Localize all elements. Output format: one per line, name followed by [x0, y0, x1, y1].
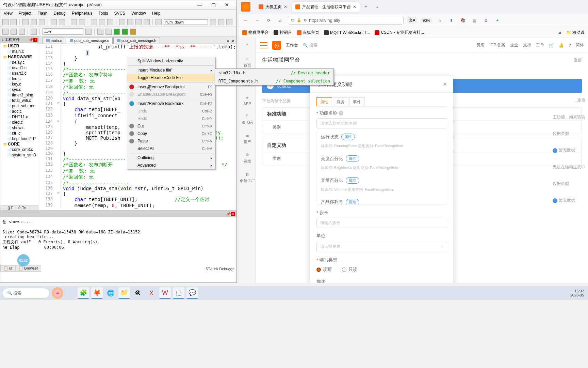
tab-overflow-button[interactable]: ⌄	[372, 2, 382, 11]
forward-button[interactable]: →	[253, 16, 261, 25]
bookmark-item[interactable]: 火狐主页	[297, 30, 319, 35]
pin-icon[interactable]: 📌	[226, 212, 230, 216]
unit-select[interactable]: 请选择单位⌄	[316, 241, 447, 252]
uncomment-icon[interactable]	[144, 19, 150, 25]
tree-item[interactable]: timer3_ping.	[0, 92, 39, 98]
bookmark-folder[interactable]: 📁 移动设	[566, 30, 585, 35]
reload-button[interactable]: ⟳	[265, 16, 273, 25]
submenu-item[interactable]: RTE_Components.h// Component selection	[215, 77, 333, 85]
build-output[interactable]: 创 show.c... Size: Code=38734 RO-data=134…	[0, 217, 236, 261]
nav-item[interactable]: ≡	[244, 41, 251, 48]
ctx-item[interactable]: Select AllCtrl+A	[127, 145, 215, 152]
options-icon[interactable]	[85, 29, 92, 35]
fn-option-list[interactable]: 运行状态属性标识符: RunningState 适用类别: FaceRecogn…	[316, 130, 447, 205]
extensions-icon[interactable]: ▤	[470, 16, 478, 25]
task-firefox-icon[interactable]: 🦊	[91, 287, 103, 299]
fn-option[interactable]: 亮度百分比属性	[317, 152, 447, 165]
task-wps-icon[interactable]: W	[159, 287, 171, 299]
ctx-item[interactable]: CutCtrl+X	[127, 122, 215, 130]
task-explorer-icon[interactable]: 🧩	[78, 287, 89, 299]
task-keil-icon[interactable]: ⬚	[173, 287, 184, 299]
bookmark-item[interactable]: 控制台	[274, 30, 292, 35]
tree-item[interactable]: system_stm3	[0, 152, 39, 158]
ctx-item[interactable]: Insert/Remove BookmarkCtrl+F2	[127, 100, 215, 107]
tree-item[interactable]: delay.c	[0, 60, 39, 65]
tree-item[interactable]: total_wifi.c	[0, 98, 39, 103]
ctx-item[interactable]: PasteCtrl+V	[127, 137, 215, 145]
menu-project[interactable]: Project	[19, 11, 31, 16]
topbar-link[interactable]: 工单	[536, 42, 544, 48]
fn-option[interactable]: 音量百分比属性	[317, 174, 447, 187]
ctx-item[interactable]: Advanced▸	[127, 162, 215, 169]
menu-svcs[interactable]: SVCS	[114, 11, 126, 16]
tree-item[interactable]: core_cm3.c	[0, 147, 39, 152]
library-icon[interactable]: 📚	[459, 16, 467, 25]
topbar-icon[interactable]: 🔔	[559, 43, 564, 48]
nav-item[interactable]: ⌂首页	[244, 55, 251, 68]
url-bar[interactable]: 🛡 🔒 ⚙ https://living.aliy	[288, 16, 404, 25]
top-search[interactable]: 🔍 搜索	[303, 42, 317, 48]
bookmark-prev-icon[interactable]	[99, 19, 105, 25]
ctx-item[interactable]: Toggle Header/Code File	[127, 74, 215, 81]
menu-flash[interactable]: Flash	[37, 11, 47, 16]
tab-close-icon[interactable]: ✕	[231, 39, 234, 44]
build-icon[interactable]	[2, 29, 9, 35]
rw-radio-group[interactable]: 读写 只读	[316, 265, 447, 274]
back-button[interactable]: ←	[242, 16, 250, 25]
view-details-link[interactable]: 查看详情 >	[551, 86, 588, 92]
downloads-icon[interactable]: ⬇	[447, 16, 455, 25]
topbar-icon[interactable]: 🛒	[549, 43, 554, 48]
menu-view[interactable]: View	[4, 11, 13, 16]
modal-close-icon[interactable]: ✕	[443, 81, 447, 88]
tree-item[interactable]: bsp_time2_P	[0, 136, 39, 141]
bookmark-item[interactable]: MQTT WebSocket T...	[324, 30, 370, 35]
manage-icon[interactable]	[97, 29, 103, 35]
tree-item[interactable]: CORE	[0, 141, 39, 147]
browser-tab[interactable]: 火狐主页✕	[255, 2, 291, 12]
hamburger-icon[interactable]	[260, 42, 267, 48]
task-xcom-icon[interactable]: X	[146, 287, 157, 299]
books-icon[interactable]	[105, 29, 112, 35]
tree-item[interactable]: usart2.c	[0, 71, 39, 76]
batch-icon[interactable]	[19, 29, 25, 35]
rw-radio-rw[interactable]	[316, 267, 321, 272]
output-tabs[interactable]: 📋 ut📋 Browser	[0, 265, 41, 272]
bookmark-item[interactable]: CSDN - 专业开发者社...	[375, 30, 424, 35]
menu-debug[interactable]: Debug	[54, 11, 66, 16]
maximize-button[interactable]: ▢	[207, 2, 220, 7]
zoom-badge[interactable]: 90%	[421, 18, 432, 23]
rte-icon[interactable]	[130, 29, 136, 35]
rw-radio-ro[interactable]	[342, 267, 346, 272]
new-tab-button[interactable]: +	[361, 2, 371, 12]
clock[interactable]: 15:37 2023-05	[570, 289, 584, 297]
tree-item[interactable]: sys.c	[0, 87, 39, 92]
fn-option[interactable]: 产品序列号属性	[317, 196, 447, 205]
tree-item[interactable]: led.c	[0, 76, 39, 81]
brand-logo-icon[interactable]: (-)	[272, 41, 281, 50]
system-tray[interactable]: 15:37 2023-05	[570, 289, 586, 297]
new-icon[interactable]	[2, 19, 9, 25]
redo-icon[interactable]	[59, 19, 65, 25]
tree-item[interactable]: HARDWARE	[0, 54, 39, 60]
tree-item[interactable]: DHT11.c	[0, 114, 39, 120]
ctx-item[interactable]: Split Window horizontally	[127, 57, 215, 65]
task-edge-icon[interactable]: 🌐	[105, 287, 116, 299]
target-combo[interactable]: 工程	[43, 28, 83, 35]
tree-item[interactable]: show.c	[0, 125, 39, 131]
bookmark-icon[interactable]	[91, 19, 97, 25]
undo-icon[interactable]	[51, 19, 57, 25]
tab-dropdown-icon[interactable]: ▾	[227, 39, 229, 44]
project-tree[interactable]: USERmain.cHARDWAREdelay.cusart1.cusart2.…	[0, 43, 39, 197]
taskbar-search[interactable]: 🔍 搜索	[2, 288, 50, 298]
pack-icon[interactable]	[122, 29, 128, 35]
close-panel-icon[interactable]: ×	[231, 212, 235, 216]
bookmark-next-icon[interactable]	[107, 19, 113, 25]
bookmark-star-icon[interactable]: ☆	[436, 16, 444, 25]
rebuild-icon[interactable]	[11, 29, 17, 35]
bookmark-item[interactable]: 物联网平台	[242, 30, 269, 35]
indent-icon[interactable]	[119, 19, 125, 25]
editor-tab[interactable]: pub_sub_message.c	[66, 37, 113, 44]
task-flowers-icon[interactable]: 🌸	[52, 287, 63, 299]
tree-item[interactable]: key.c	[0, 81, 39, 87]
tree-item[interactable]: adc.c	[0, 109, 39, 114]
